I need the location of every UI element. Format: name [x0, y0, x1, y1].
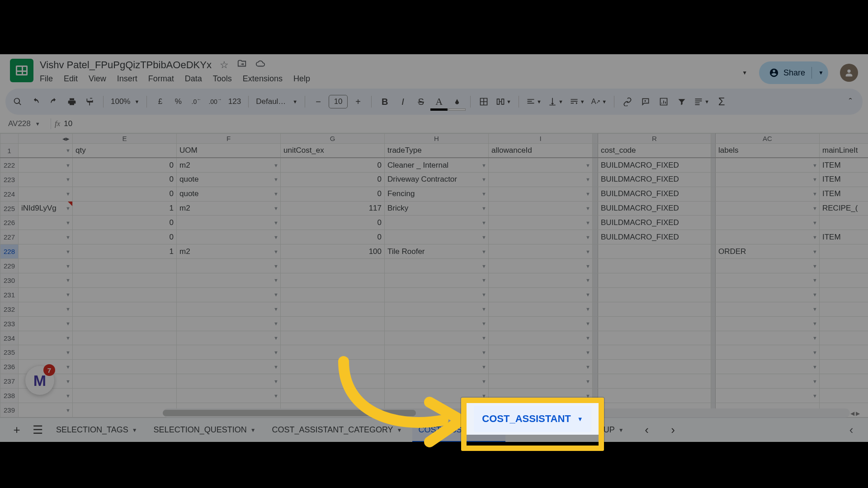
row-header[interactable]: 232 [0, 302, 19, 316]
row-header[interactable]: 228 [0, 244, 19, 259]
cell[interactable]: ▼ [177, 302, 281, 316]
account-avatar[interactable] [840, 64, 858, 82]
cell[interactable]: RECIPE_( [820, 201, 868, 216]
cell[interactable]: quote▼ [177, 172, 281, 187]
merge-cells-button[interactable]: ▼ [494, 94, 513, 110]
paint-format-icon[interactable] [82, 94, 98, 110]
cell[interactable]: ▼ [177, 273, 281, 288]
column-group-collapse[interactable] [593, 134, 598, 144]
font-family-dropdown[interactable]: Defaul…▼ [254, 94, 299, 110]
decrease-decimal-button[interactable]: .0← [189, 94, 204, 110]
cell[interactable] [820, 259, 868, 273]
italic-button[interactable]: I [395, 94, 410, 110]
insert-link-button[interactable] [620, 94, 635, 110]
col-header-E[interactable]: E [73, 134, 177, 144]
star-icon[interactable]: ☆ [220, 59, 229, 71]
row-header[interactable]: 222 [0, 158, 19, 172]
cell[interactable]: ▼ [177, 230, 281, 244]
cell[interactable]: m2▼ [177, 158, 281, 172]
cell[interactable]: BUILDMACRO_FIXED [598, 201, 711, 216]
sheet-tab-job-assistant-group[interactable]: JOB_ASSISTANT_GROUP▼ [509, 418, 630, 442]
cell[interactable]: ITEM [820, 187, 868, 201]
cell[interactable]: ▼ [19, 287, 73, 302]
currency-button[interactable]: £ [152, 94, 168, 110]
cell[interactable]: m2▼ [177, 201, 281, 216]
cell[interactable] [598, 273, 711, 288]
vertical-align-button[interactable]: ▼ [546, 94, 565, 110]
font-size-input[interactable]: 10 [329, 95, 348, 108]
font-size-plus-button[interactable]: + [350, 94, 366, 110]
cell[interactable]: ▼ [19, 244, 73, 259]
cell[interactable]: 0 [73, 172, 177, 187]
cell[interactable]: ▼ [19, 273, 73, 288]
cell[interactable] [598, 244, 711, 259]
cell[interactable]: BUILDMACRO_FIXED [598, 230, 711, 244]
cell[interactable] [73, 374, 177, 389]
cell[interactable]: ▼ [716, 216, 820, 230]
cell[interactable] [73, 259, 177, 273]
cell[interactable] [598, 374, 711, 389]
cell[interactable] [281, 331, 385, 345]
cell[interactable]: 0 [281, 230, 385, 244]
name-box[interactable]: AV228▼ [5, 117, 47, 130]
row-header[interactable]: 231 [0, 287, 19, 302]
text-wrap-button[interactable]: ▼ [568, 94, 587, 110]
cell[interactable] [598, 302, 711, 316]
cell[interactable]: 0 [73, 216, 177, 230]
cell[interactable]: ▼ [385, 389, 489, 403]
cell[interactable]: ▼ [385, 374, 489, 389]
percent-button[interactable]: % [170, 94, 186, 110]
menu-extensions[interactable]: Extensions [243, 74, 283, 84]
scroll-arrows[interactable]: ◀ ▶ [850, 410, 860, 417]
cell[interactable]: 0 [73, 230, 177, 244]
col-header-R[interactable]: R [598, 134, 711, 144]
functions-button[interactable]: Σ [714, 94, 729, 110]
collapse-toolbar-icon[interactable]: ˆ [843, 94, 858, 110]
cell[interactable]: ▼ [177, 345, 281, 360]
undo-icon[interactable] [28, 94, 43, 110]
cell[interactable]: ▼ [385, 273, 489, 288]
cell[interactable]: ▼ [489, 201, 593, 216]
cell[interactable] [73, 302, 177, 316]
row-header[interactable]: 227 [0, 230, 19, 244]
cell[interactable]: ▼ [489, 316, 593, 331]
cell[interactable]: ITEM [820, 158, 868, 172]
cell[interactable] [820, 216, 868, 230]
row-header[interactable]: 234 [0, 331, 19, 345]
col-header-F[interactable]: F [177, 134, 281, 144]
cell[interactable]: 0 [281, 172, 385, 187]
cell[interactable]: ▼ [489, 389, 593, 403]
column-group-collapse[interactable] [711, 134, 716, 144]
cell[interactable] [281, 273, 385, 288]
cell[interactable]: BUILDMACRO_FIXED [598, 172, 711, 187]
cell[interactable]: ▼ [19, 331, 73, 345]
menu-format[interactable]: Format [148, 74, 174, 84]
meet-icon[interactable]: ▼ [740, 70, 747, 76]
redo-icon[interactable] [46, 94, 61, 110]
filter-views-button[interactable]: ▼ [692, 94, 711, 110]
insert-chart-button[interactable] [656, 94, 671, 110]
cell[interactable] [598, 360, 711, 374]
row-header[interactable]: 225 [0, 201, 19, 216]
row-header[interactable]: 238 [0, 389, 19, 403]
cell[interactable]: Cleaner _ Internal▼ [385, 158, 489, 172]
cell[interactable] [820, 244, 868, 259]
sheet-tab-cost-assistant-category[interactable]: COST_ASSISTANT_CATEGORY▼ [266, 418, 409, 442]
cell[interactable]: ▼ [716, 316, 820, 331]
cell[interactable] [820, 360, 868, 374]
select-all-corner[interactable] [0, 134, 19, 144]
cell[interactable]: Bricky▼ [385, 201, 489, 216]
row-header[interactable]: 230 [0, 273, 19, 288]
row-header[interactable]: 223 [0, 172, 19, 187]
text-color-button[interactable]: A [431, 94, 447, 110]
cell[interactable] [281, 374, 385, 389]
cell[interactable] [281, 389, 385, 403]
cell[interactable]: ▼ [19, 316, 73, 331]
col-header-last[interactable] [820, 134, 868, 144]
menu-help[interactable]: Help [293, 74, 310, 84]
sheet-tab-selection-question[interactable]: SELECTION_QUESTION▼ [147, 418, 262, 442]
row-header[interactable]: 235 [0, 345, 19, 360]
cell[interactable]: ▼ [489, 302, 593, 316]
extension-badge[interactable]: M 7 [25, 366, 54, 395]
cell[interactable] [598, 331, 711, 345]
